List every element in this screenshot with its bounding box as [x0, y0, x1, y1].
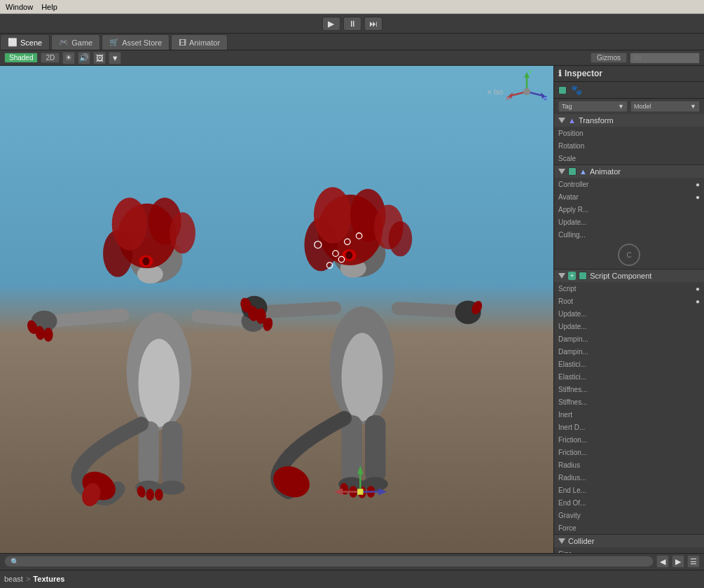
scene-view[interactable]: Y X Z ≡ Iso	[0, 66, 553, 553]
root-row: Root ●	[554, 295, 704, 307]
lighting-toggle[interactable]: ☀	[62, 52, 75, 64]
transform-section-header[interactable]: ▲ Transform	[554, 114, 704, 127]
collider-section-header[interactable]: Collider	[554, 535, 704, 547]
animator-tab-label: Animator	[189, 38, 220, 47]
main-area: Y X Z ≡ Iso	[0, 66, 704, 553]
menu-help[interactable]: Help	[41, 3, 57, 11]
shading-dropdown[interactable]: Shaded	[4, 52, 38, 63]
menu-button[interactable]: ☰	[687, 555, 700, 568]
svg-point-18	[170, 212, 195, 253]
scene-search[interactable]	[630, 52, 700, 64]
hidden-toggle[interactable]: ▼	[109, 52, 121, 64]
toolbar: ▶ ⏸ ⏭	[0, 14, 704, 34]
script-section-header[interactable]: + Script Component	[554, 270, 704, 282]
step-button[interactable]: ⏭	[364, 17, 382, 31]
inspector-panel: ℹ Inspector 🐾 Tag ▼ Model ▼ ▲ Transform	[553, 66, 704, 553]
svg-point-11	[139, 339, 180, 427]
asset-store-tab-icon: 🛒	[109, 38, 119, 47]
game-tab-icon: 🎮	[59, 38, 69, 47]
back-button[interactable]: ◀	[656, 555, 669, 568]
pause-button[interactable]: ⏸	[343, 17, 361, 31]
project-search[interactable]	[4, 556, 654, 567]
inert-d-row: Inert D...	[554, 421, 704, 433]
scale-row: Scale	[554, 152, 704, 164]
tag-dropdown[interactable]: Tag ▼	[558, 101, 628, 112]
size-row: Size	[554, 547, 704, 553]
tab-asset-store[interactable]: 🛒 Asset Store	[102, 34, 170, 50]
object-icon: 🐾	[571, 85, 582, 95]
scene-toolbar: Shaded 2D ☀ 🔊 🖼 ▼ Gizmos	[0, 50, 704, 66]
script-section: + Script Component Script ● Root ● Updat…	[554, 270, 704, 535]
script-active-checkbox[interactable]	[579, 272, 587, 280]
animator-section: ▲ Animator Controller ● Avatar ● Apply R…	[554, 165, 704, 270]
rotation-row: Rotation	[554, 139, 704, 152]
breadcrumb-textures[interactable]: Textures	[33, 575, 64, 583]
bottom-bar: ◀ ▶ ☰ beast > Textures	[0, 553, 704, 588]
asset-store-tab-label: Asset Store	[122, 38, 162, 47]
svg-point-68	[362, 477, 388, 491]
update-mode-row: Update...	[554, 216, 704, 228]
svg-point-16	[112, 197, 147, 251]
svg-point-64	[256, 308, 266, 323]
inert-row: Inert	[554, 408, 704, 421]
2d-toggle[interactable]: 2D	[41, 52, 60, 63]
radius-row: Radius	[554, 458, 704, 471]
breadcrumb-beast[interactable]: beast	[4, 575, 23, 583]
collider-collapse-icon	[558, 538, 565, 544]
gizmos-dropdown[interactable]: Gizmos	[591, 52, 627, 63]
stiffness2-row: Stiffnes...	[554, 396, 704, 408]
force-row: Force	[554, 522, 704, 534]
effects-toggle[interactable]: 🖼	[93, 52, 106, 64]
collider-section: Collider Size Exclusi...	[554, 535, 704, 553]
script-row: Script ●	[554, 282, 704, 295]
radius2-row: Radius...	[554, 471, 704, 484]
position-row: Position	[554, 127, 704, 139]
svg-point-45	[314, 187, 352, 244]
animator-circle-icon: C	[618, 244, 640, 266]
svg-point-50	[345, 251, 352, 260]
update2-row: Update...	[554, 320, 704, 332]
transform-icon: ▲	[568, 116, 576, 125]
svg-point-36	[155, 489, 163, 500]
scene-tab-icon: ⬜	[8, 38, 18, 47]
damping2-row: Dampin...	[554, 345, 704, 358]
object-active-checkbox[interactable]	[558, 86, 567, 94]
stiffness1-row: Stiffnes...	[554, 383, 704, 396]
svg-point-40	[341, 333, 382, 421]
svg-point-25	[43, 328, 53, 342]
end-length-row: End Le...	[554, 484, 704, 496]
svg-point-48	[389, 221, 413, 256]
breadcrumb-separator: >	[26, 575, 30, 583]
svg-point-35	[146, 489, 154, 500]
play-button[interactable]: ▶	[322, 17, 340, 31]
animator-icon: ▲	[579, 167, 587, 176]
animator-section-header[interactable]: ▲ Animator	[554, 165, 704, 178]
transform-section: ▲ Transform Position Rotation Scale	[554, 114, 704, 165]
svg-point-33	[159, 481, 185, 495]
tab-animator[interactable]: 🎞 Animator	[171, 34, 228, 50]
inspector-icon: ℹ	[558, 69, 562, 78]
forward-button[interactable]: ▶	[672, 555, 684, 568]
animator-active-checkbox[interactable]	[568, 167, 577, 176]
menu-window[interactable]: Window	[6, 3, 33, 11]
avatar-row: Avatar ●	[554, 190, 704, 203]
end-offset-row: End Of...	[554, 496, 704, 509]
scene-characters	[0, 66, 553, 553]
elasticity2-row: Elastici...	[554, 370, 704, 383]
script-collapse-icon	[558, 273, 565, 279]
transform-collapse-icon	[558, 118, 565, 123]
culling-row: Culling...	[554, 228, 704, 241]
animator-tab-icon: 🎞	[179, 38, 186, 47]
tab-bar: ⬜ Scene 🎮 Game 🛒 Asset Store 🎞 Animator	[0, 34, 704, 50]
update1-row: Update...	[554, 307, 704, 320]
script-plus-icon: +	[568, 272, 576, 280]
model-dropdown[interactable]: Model ▼	[630, 101, 700, 112]
inspector-title: ℹ Inspector	[554, 66, 704, 82]
tab-game[interactable]: 🎮 Game	[51, 34, 100, 50]
svg-rect-66	[365, 415, 385, 483]
audio-toggle[interactable]: 🔊	[78, 52, 90, 64]
svg-rect-31	[162, 421, 182, 486]
svg-marker-77	[334, 488, 343, 495]
breadcrumb: beast > Textures	[0, 570, 704, 588]
tab-scene[interactable]: ⬜ Scene	[0, 34, 50, 50]
